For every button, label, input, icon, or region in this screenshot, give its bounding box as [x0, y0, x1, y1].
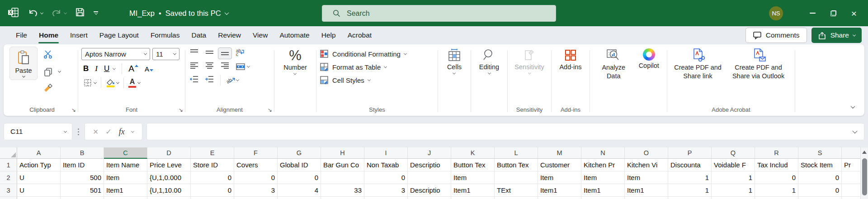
enter-icon[interactable]: ✓ [105, 127, 112, 137]
cell-O3[interactable]: Item1 [625, 184, 668, 197]
orientation-button[interactable]: ab [226, 76, 239, 84]
align-bottom-button[interactable] [218, 47, 232, 59]
cell-G2[interactable]: 0 [278, 171, 321, 184]
cell-J2[interactable] [408, 171, 451, 184]
cell-Q1[interactable]: Voidable F [712, 159, 755, 171]
cell-A[interactable] [17, 197, 61, 199]
cell-C1[interactable]: Item Name [104, 159, 147, 171]
column-header-H[interactable]: H [321, 147, 364, 159]
cell-G3[interactable]: 4 [278, 184, 321, 197]
column-header-S[interactable]: S [798, 147, 842, 159]
cell-D1[interactable]: Price Leve [147, 159, 191, 171]
addins-button[interactable]: Add-ins [559, 47, 581, 71]
column-header-F[interactable]: F [234, 147, 278, 159]
column-header-P[interactable]: P [668, 147, 712, 159]
insert-function-icon[interactable]: fx [119, 127, 125, 137]
tab-acrobat[interactable]: Acrobat [342, 26, 377, 44]
cell-I3[interactable]: 3 [364, 184, 408, 197]
copilot-button[interactable]: Copilot [639, 47, 659, 69]
alignment-dialog-launcher-icon[interactable]: ↘ [268, 107, 272, 113]
share-button[interactable]: Share [811, 28, 862, 43]
cell-B[interactable] [61, 197, 104, 199]
undo-dropdown-icon[interactable] [40, 11, 43, 14]
cell-J3[interactable]: Descriptio [408, 184, 451, 197]
cell-F1[interactable]: Covers [234, 159, 278, 171]
bold-button[interactable]: B [83, 64, 89, 73]
align-center-button[interactable] [205, 62, 214, 71]
tab-automate[interactable]: Automate [274, 26, 315, 44]
column-header-E[interactable]: E [191, 147, 234, 159]
cell-S2[interactable]: 0 [798, 171, 842, 184]
paste-button[interactable]: Paste [9, 47, 38, 80]
cell-K3[interactable]: Item1 [451, 184, 495, 197]
cell-M[interactable] [538, 197, 581, 199]
cells-button[interactable]: Cells [447, 47, 462, 75]
tab-review[interactable]: Review [212, 26, 247, 44]
cell-L1[interactable]: Button Tex [495, 159, 538, 171]
cell-C2[interactable]: Item [104, 171, 147, 184]
cell-M1[interactable]: Customer [538, 159, 581, 171]
font-color-button[interactable]: A [128, 78, 140, 88]
cell-R3[interactable]: 1 [755, 184, 798, 197]
tab-file[interactable]: File [10, 26, 33, 44]
cell-S3[interactable]: 0 [798, 184, 842, 197]
close-button[interactable]: × [844, 0, 864, 26]
cell-O[interactable] [625, 197, 668, 199]
row-header-3[interactable]: 3 [0, 184, 17, 197]
customize-qat-button[interactable] [94, 11, 98, 15]
cell-M2[interactable]: Item [538, 171, 581, 184]
undo-button[interactable] [28, 8, 43, 19]
cell-O1[interactable]: Kitchen Vi [625, 159, 668, 171]
formula-input[interactable] [146, 123, 864, 140]
tab-view[interactable]: View [247, 26, 274, 44]
row-header-partial[interactable] [0, 197, 17, 199]
row-header-2[interactable]: 2 [0, 171, 17, 184]
font-dialog-launcher-icon[interactable]: ↘ [179, 107, 183, 113]
cell-E3[interactable]: 0 [191, 184, 234, 197]
column-header-K[interactable]: K [451, 147, 495, 159]
cell-D[interactable] [147, 197, 191, 199]
name-box-resize-handle[interactable] [78, 131, 79, 133]
italic-button[interactable]: I [95, 64, 98, 73]
cell-A1[interactable]: Action Typ [17, 159, 61, 171]
increase-font-size-button[interactable]: A [128, 64, 138, 74]
select-all-corner[interactable] [0, 147, 17, 159]
tab-home[interactable]: Home [33, 26, 64, 44]
cell-E2[interactable]: 0 [191, 171, 234, 184]
tab-data[interactable]: Data [185, 26, 212, 44]
format-painter-button[interactable] [43, 82, 61, 95]
column-header-Q[interactable]: Q [712, 147, 755, 159]
cell-N1[interactable]: Kitchen Pr [581, 159, 625, 171]
wrap-text-button[interactable]: abc [236, 48, 245, 58]
column-header-R[interactable]: R [755, 147, 798, 159]
excel-logo-icon[interactable]: X [7, 6, 19, 20]
cell-F2[interactable]: 0 [234, 171, 278, 184]
cell-A2[interactable]: U [17, 171, 61, 184]
tab-insert[interactable]: Insert [64, 26, 94, 44]
cell-Q3[interactable]: 1 [712, 184, 755, 197]
borders-button[interactable] [83, 78, 96, 87]
cell-L3[interactable]: TExt [495, 184, 538, 197]
cell-E[interactable] [191, 197, 234, 199]
cell-O2[interactable]: Item [625, 171, 668, 184]
conditional-formatting-button[interactable]: Conditional Formatting [320, 49, 406, 58]
cell-I[interactable] [364, 197, 408, 199]
analyze-data-button[interactable]: Analyze Data [598, 47, 629, 81]
tab-help[interactable]: Help [316, 26, 342, 44]
column-header-C[interactable]: C [104, 147, 147, 159]
cell-J1[interactable]: Descriptio [408, 159, 451, 171]
column-header-D[interactable]: D [147, 147, 191, 159]
editing-button[interactable]: Editing [479, 47, 499, 75]
column-header-L[interactable]: L [495, 147, 538, 159]
column-header-M[interactable]: M [538, 147, 581, 159]
row-header-1[interactable]: 1 [0, 159, 17, 171]
cell-D3[interactable]: {U,1,10.00 [147, 184, 191, 197]
format-as-table-button[interactable]: Format as Table [320, 62, 406, 71]
cell-C[interactable] [104, 197, 147, 199]
align-right-button[interactable] [220, 62, 230, 71]
comments-button[interactable]: Comments [745, 28, 807, 43]
fill-color-button[interactable] [106, 78, 119, 87]
align-middle-button[interactable] [205, 49, 214, 58]
collapse-ribbon-icon[interactable] [851, 104, 855, 109]
column-header-I[interactable]: I [364, 147, 408, 159]
